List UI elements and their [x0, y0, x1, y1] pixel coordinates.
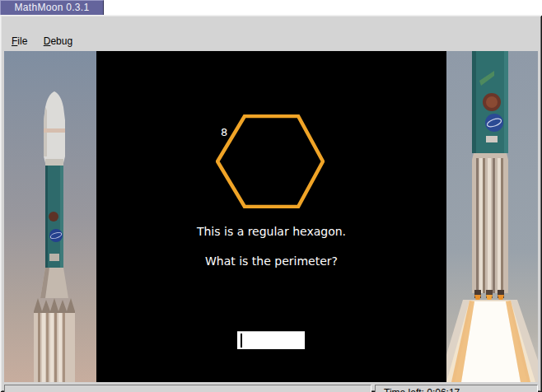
menu-debug[interactable]: Debug	[42, 33, 74, 49]
left-rocket-photo	[4, 51, 96, 382]
question-line-2: What is the perimeter?	[96, 254, 446, 268]
window-title: MathMoon 0.3.1	[15, 2, 90, 13]
hexagon-side-length-label: 8	[221, 126, 227, 138]
status-panel-timer: Time left: 0:06:17	[375, 385, 538, 392]
window-titlebar[interactable]: MathMoon 0.3.1	[0, 0, 104, 16]
app-screen: MathMoon 0.3.1 File Debug	[0, 0, 542, 392]
answer-input[interactable]	[237, 331, 305, 349]
time-left-label: Time left: 0:06:17	[384, 387, 460, 392]
answer-field[interactable]	[243, 333, 302, 348]
game-panel: 8 This is a regular hexagon. What is the…	[96, 51, 446, 382]
text-caret	[241, 334, 242, 348]
hexagon-shape	[216, 114, 325, 208]
status-panel-left	[4, 385, 371, 392]
menu-file[interactable]: File	[10, 33, 29, 49]
right-rocket-photo	[446, 51, 538, 382]
hexagon-outline	[217, 116, 323, 207]
menu-bar: File Debug	[3, 33, 539, 49]
app-window: File Debug	[0, 15, 542, 392]
question-line-1: This is a regular hexagon.	[96, 225, 446, 238]
